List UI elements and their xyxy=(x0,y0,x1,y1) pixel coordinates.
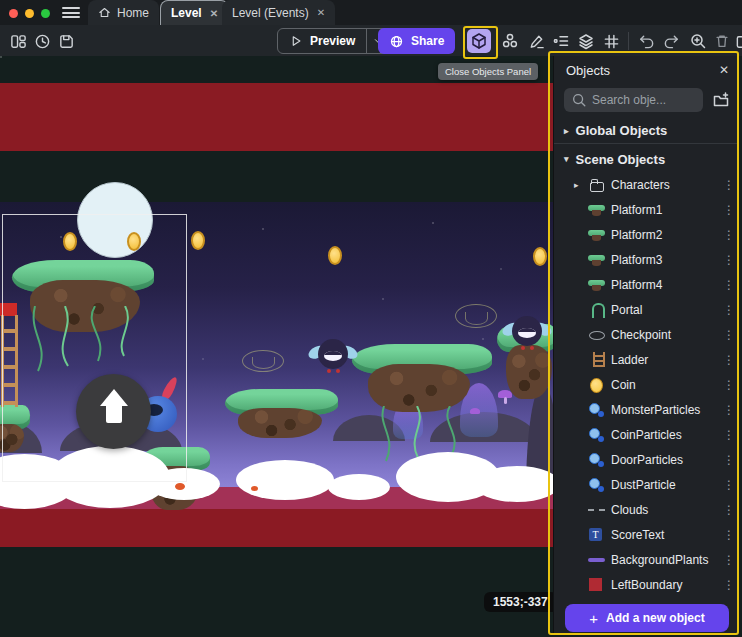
monster-bat-object[interactable] xyxy=(505,314,549,352)
save-button[interactable] xyxy=(54,29,78,53)
kebab-menu-icon[interactable]: ⋮ xyxy=(719,253,739,267)
kebab-menu-icon[interactable]: ⋮ xyxy=(719,378,739,392)
close-icon[interactable]: ✕ xyxy=(719,63,729,77)
particles-icon xyxy=(588,427,606,443)
kebab-menu-icon[interactable]: ⋮ xyxy=(719,528,739,542)
save-icon xyxy=(58,33,75,50)
object-list-item[interactable]: ▸ DustParticle ⋮ xyxy=(554,472,739,497)
toolbar-separator xyxy=(628,32,629,50)
coin-object[interactable] xyxy=(191,231,205,250)
scene-objects-section[interactable]: ▾ Scene Objects xyxy=(554,146,739,172)
kebab-menu-icon[interactable]: ⋮ xyxy=(719,178,739,192)
particles-icon xyxy=(588,452,606,468)
kebab-menu-icon[interactable]: ⋮ xyxy=(719,403,739,417)
edit-scene-button[interactable] xyxy=(524,29,548,53)
zoom-button[interactable] xyxy=(686,29,710,53)
preview-label: Preview xyxy=(310,34,355,48)
kebab-menu-icon[interactable]: ⋮ xyxy=(719,328,739,342)
folder-icon xyxy=(588,177,606,193)
close-tab-icon[interactable]: ✕ xyxy=(317,7,325,18)
tab-level[interactable]: Level ✕ xyxy=(160,0,229,25)
add-folder-icon[interactable] xyxy=(712,91,730,109)
menu-icon[interactable] xyxy=(62,7,80,18)
kebab-menu-icon[interactable]: ⋮ xyxy=(719,303,739,317)
object-list-item[interactable]: ▸ Platform4 ⋮ xyxy=(554,272,739,297)
kebab-menu-icon[interactable]: ⋮ xyxy=(719,428,739,442)
kebab-menu-icon[interactable]: ⋮ xyxy=(719,553,739,567)
grid-button[interactable] xyxy=(599,29,623,53)
ladder-object[interactable] xyxy=(1,315,18,407)
kebab-menu-icon[interactable]: ⋮ xyxy=(719,453,739,467)
rename-button[interactable] xyxy=(731,29,742,53)
undo-button[interactable] xyxy=(634,29,658,53)
object-name: ScoreText xyxy=(611,528,719,542)
object-list-item[interactable]: ▸ BackgroundPlants ⋮ xyxy=(554,547,739,572)
object-name: Ladder xyxy=(611,353,719,367)
scene-top-red-band xyxy=(0,83,553,151)
coin-object[interactable] xyxy=(63,232,77,251)
kebab-menu-icon[interactable]: ⋮ xyxy=(719,203,739,217)
share-button[interactable]: Share xyxy=(378,28,455,54)
object-list-item[interactable]: ▸ Coin ⋮ xyxy=(554,372,739,397)
scene-dark-band xyxy=(0,151,553,202)
platform-roots xyxy=(20,306,150,376)
object-name: LeftBoundary xyxy=(611,578,719,592)
objects-panel-toggle-button[interactable] xyxy=(467,29,491,53)
object-list-item[interactable]: ▸ ScoreText ⋮ xyxy=(554,522,739,547)
checkpoint-icon xyxy=(588,327,606,343)
object-list-item[interactable]: ▸ Checkpoint ⋮ xyxy=(554,322,739,347)
cloud-object[interactable] xyxy=(236,460,334,500)
bullet-list-icon xyxy=(552,32,570,50)
object-list-item[interactable]: ▸ DoorParticles ⋮ xyxy=(554,447,739,472)
redo-button[interactable] xyxy=(659,29,683,53)
add-new-object-button[interactable]: + Add a new object xyxy=(565,604,729,632)
instances-list-button[interactable] xyxy=(549,29,573,53)
object-groups-button[interactable] xyxy=(498,29,522,53)
coin-object[interactable] xyxy=(328,246,342,265)
window-close-light[interactable] xyxy=(9,9,18,18)
undo-icon xyxy=(638,33,655,50)
platform-dirt xyxy=(506,345,552,399)
jump-control-object[interactable] xyxy=(76,374,151,449)
object-list-item[interactable]: ▸ Portal ⋮ xyxy=(554,297,739,322)
history-button[interactable] xyxy=(30,29,54,53)
object-list-item[interactable]: ▸ Ladder ⋮ xyxy=(554,347,739,372)
kebab-menu-icon[interactable]: ⋮ xyxy=(719,278,739,292)
kebab-menu-icon[interactable]: ⋮ xyxy=(719,478,739,492)
window-zoom-light[interactable] xyxy=(41,9,50,18)
object-list-item[interactable]: ▸ Platform3 ⋮ xyxy=(554,247,739,272)
kebab-menu-icon[interactable]: ⋮ xyxy=(719,228,739,242)
coin-object[interactable] xyxy=(533,247,547,266)
object-name: Platform4 xyxy=(611,278,719,292)
preview-button[interactable]: Preview xyxy=(278,29,366,53)
monster-bat-object[interactable] xyxy=(311,337,355,375)
kebab-menu-icon[interactable]: ⋮ xyxy=(719,578,739,592)
tab-home[interactable]: Home xyxy=(88,0,159,25)
coin-object[interactable] xyxy=(127,232,141,251)
scene-editor-canvas[interactable]: 1553;-337 xyxy=(0,56,553,637)
panels-layout-button[interactable] xyxy=(6,29,30,53)
object-list-item[interactable]: ▸ Platform1 ⋮ xyxy=(554,197,739,222)
cloud-object[interactable] xyxy=(474,466,553,502)
object-list-item[interactable]: ▸ LeftBoundary ⋮ xyxy=(554,572,739,597)
cloud-object[interactable] xyxy=(328,474,390,500)
eye-decoration xyxy=(242,350,284,372)
window-minimize-light[interactable] xyxy=(25,9,34,18)
toolbar: Preview Share xyxy=(0,25,742,56)
kebab-menu-icon[interactable]: ⋮ xyxy=(719,353,739,367)
object-list-item[interactable]: ▸ Characters ⋮ xyxy=(554,172,739,197)
close-tab-icon[interactable]: ✕ xyxy=(210,8,218,19)
portal-icon xyxy=(588,302,606,318)
moon-object[interactable] xyxy=(77,182,153,258)
history-clock-icon xyxy=(34,33,51,50)
object-list-item[interactable]: ▸ CoinParticles ⋮ xyxy=(554,422,739,447)
global-objects-section[interactable]: ▸ Global Objects xyxy=(554,118,739,144)
lava-dot xyxy=(175,483,185,490)
object-list-item[interactable]: ▸ Clouds ⋮ xyxy=(554,497,739,522)
kebab-menu-icon[interactable]: ⋮ xyxy=(719,503,739,517)
object-list-item[interactable]: ▸ MonsterParticles ⋮ xyxy=(554,397,739,422)
object-list-item[interactable]: ▸ Platform2 ⋮ xyxy=(554,222,739,247)
layers-button[interactable] xyxy=(574,29,598,53)
coin-icon xyxy=(588,377,606,393)
tab-level-events[interactable]: Level (Events) ✕ xyxy=(222,0,335,25)
